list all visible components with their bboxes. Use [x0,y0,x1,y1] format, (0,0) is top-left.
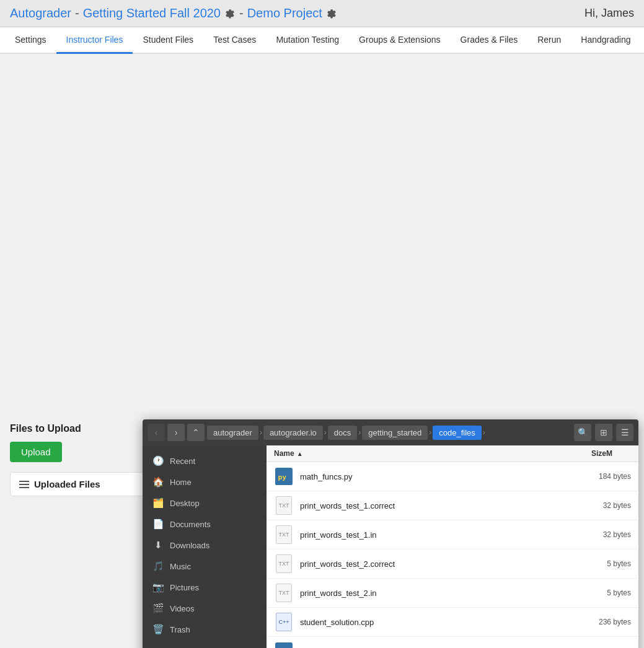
file-dialog: ‹ › ⌃ autograder › autograder.io › docs … [143,419,638,648]
dialog-body: 🕐 Recent 🏠 Home 🗂️ Desktop 📄 Documents ⬇ [143,445,638,648]
file-row[interactable]: py test_math_funcs.py 373 bytes [267,637,638,648]
main-content: ‹ › ⌃ autograder › autograder.io › docs … [0,413,644,648]
trash-icon: 🗑️ [152,624,164,635]
file-size: 184 bytes [569,472,631,481]
bc-arrow-5: › [483,428,485,437]
file-size: 32 bytes [569,501,631,510]
file-name: print_words_test_1.in [300,530,569,540]
bc-arrow-1: › [260,428,262,437]
lines-icon [19,481,29,488]
sidebar-item-label-home: Home [170,478,192,487]
music-icon: 🎵 [152,561,164,572]
sidebar-item-desktop[interactable]: 🗂️ Desktop [143,493,267,514]
file-name: math_funcs.py [300,472,569,481]
header-sep1: - [75,6,79,20]
search-button[interactable]: 🔍 [574,424,591,441]
list-view-button[interactable]: ☰ [616,424,633,441]
sidebar-item-label-recent: Recent [170,457,195,466]
forward-button[interactable]: › [167,424,185,441]
file-size: 236 bytes [569,618,631,626]
tab-instructor-files[interactable]: Instructor Files [56,27,133,54]
sidebar-item-pictures[interactable]: 📷 Pictures [143,577,267,598]
header-title-area: Autograder - Getting Started Fall 2020 -… [10,6,337,20]
file-size: 32 bytes [569,530,631,539]
col-size-header[interactable]: Size [544,449,606,458]
file-icon-py: py [274,641,294,648]
tab-test-cases[interactable]: Test Cases [203,27,266,54]
sort-arrow: ▲ [297,450,303,457]
sidebar-item-music[interactable]: 🎵 Music [143,556,267,577]
project-gear-icon[interactable] [224,8,236,19]
file-name: print_words_test_2.in [300,589,569,598]
file-row[interactable]: TXT print_words_test_2.correct 5 bytes [267,549,638,579]
downloads-icon: ⬇ [152,540,164,551]
home-icon: 🏠 [152,476,164,488]
user-greeting: Hi, James [584,7,634,20]
tab-groups-extensions[interactable]: Groups & Extensions [349,27,451,54]
tab-student-files[interactable]: Student Files [133,27,203,54]
bc-arrow-3: › [358,428,361,437]
col-name-header[interactable]: Name ▲ [274,449,544,458]
uploaded-files-label: Uploaded Files [34,479,100,489]
dialog-sidebar: 🕐 Recent 🏠 Home 🗂️ Desktop 📄 Documents ⬇ [143,445,267,648]
upload-button[interactable]: Upload [10,442,62,462]
back-button[interactable]: ‹ [148,424,165,441]
file-size: 5 bytes [569,589,631,597]
sidebar-item-recent[interactable]: 🕐 Recent [143,450,267,471]
documents-icon: 📄 [152,519,164,530]
dialog-filelist: Name ▲ Size M py math_funcs.py 1 [267,445,638,648]
sidebar-item-label-music: Music [170,562,191,571]
file-name: student_solution.cpp [300,618,569,627]
tab-settings[interactable]: Settings [5,27,56,54]
file-name: print_words_test_1.correct [300,501,569,510]
svg-text:py: py [278,473,286,481]
file-row[interactable]: TXT print_words_test_2.in 5 bytes [267,579,638,608]
sidebar-item-other-locations[interactable]: + Other Locations [143,640,267,648]
file-size: 5 bytes [569,559,631,568]
bc-arrow-4: › [429,428,431,437]
sidebar-item-label-other: Other Locations [170,646,227,649]
sidebar-item-label-downloads: Downloads [170,541,210,550]
tab-rerun[interactable]: Rerun [527,27,571,54]
sidebar-item-label-desktop: Desktop [170,499,200,508]
file-icon-txt: TXT [274,583,294,603]
file-icon-txt: TXT [274,496,294,515]
file-row[interactable]: C++ student_solution.cpp 236 bytes [267,608,638,637]
breadcrumb-docs[interactable]: docs [328,426,357,440]
recent-icon: 🕐 [152,455,164,466]
sidebar-item-label-videos: Videos [170,604,195,613]
sidebar-item-videos[interactable]: 🎬 Videos [143,598,267,619]
demo-project-link[interactable]: Demo Project [247,6,322,20]
file-row[interactable]: py math_funcs.py 184 bytes [267,462,638,491]
sidebar-item-home[interactable]: 🏠 Home [143,471,267,493]
sidebar-item-label-pictures: Pictures [170,583,199,592]
sidebar-item-documents[interactable]: 📄 Documents [143,514,267,535]
tab-mutation-testing[interactable]: Mutation Testing [266,27,349,54]
file-icon-cpp: C++ [274,612,294,632]
file-row[interactable]: TXT print_words_test_1.correct 32 bytes [267,491,638,520]
breadcrumb-autograderio[interactable]: autograder.io [263,426,323,440]
demo-gear-icon[interactable] [326,8,337,19]
sidebar-item-label-documents: Documents [170,520,211,529]
sidebar-item-trash[interactable]: 🗑️ Trash [143,619,267,640]
file-icon-txt: TXT [274,554,294,574]
pictures-icon: 📷 [152,582,164,593]
bc-arrow-2: › [324,428,327,437]
breadcrumb-autograder[interactable]: autograder [207,426,258,440]
breadcrumb-code-files[interactable]: code_files [433,426,482,440]
breadcrumb-getting-started[interactable]: getting_started [362,426,428,440]
tab-grades-files[interactable]: Grades & Files [451,27,528,54]
sidebar-item-label-trash: Trash [170,625,190,634]
breadcrumb-bar: autograder › autograder.io › docs › gett… [207,426,570,440]
file-name: print_words_test_2.correct [300,559,569,569]
autograder-link[interactable]: Autograder [10,6,71,20]
tab-handgrading[interactable]: Handgrading [571,27,640,54]
project-link[interactable]: Getting Started Fall 2020 [83,6,221,20]
col-modified-header[interactable]: M [606,449,631,458]
file-row[interactable]: TXT print_words_test_1.in 32 bytes [267,520,638,549]
header-sep2: - [239,6,244,20]
desktop-icon: 🗂️ [152,497,164,509]
sidebar-item-downloads[interactable]: ⬇ Downloads [143,535,267,556]
grid-view-button[interactable]: ⊞ [595,424,612,441]
up-button[interactable]: ⌃ [187,424,205,441]
